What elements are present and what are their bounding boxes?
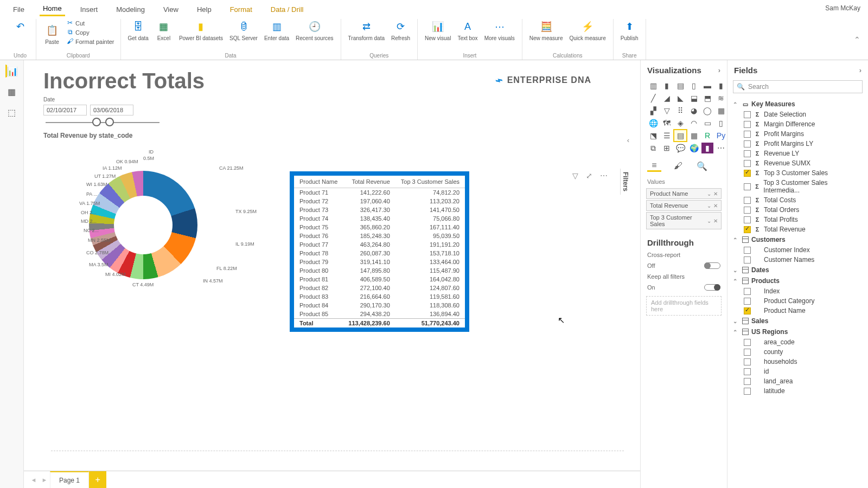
viz-card[interactable]: ▭ (701, 118, 713, 129)
viz-kpi[interactable]: ⬔ (647, 130, 659, 141)
field-checkbox[interactable] (744, 339, 751, 346)
field-checkbox[interactable] (744, 247, 751, 254)
field-item[interactable]: Product Name (730, 306, 866, 316)
field-checkbox[interactable] (744, 288, 751, 295)
cut-button[interactable]: ✂Cut (65, 19, 116, 28)
viz-combo1[interactable]: ⬓ (688, 93, 700, 104)
page-next[interactable]: ► (39, 471, 50, 488)
new-visual-button[interactable]: 📊New visual (422, 19, 454, 42)
more-visuals-button[interactable]: ⋯More visuals (482, 19, 518, 42)
field-item[interactable]: ΣRevenue SUMX (730, 158, 866, 168)
transform-data-button[interactable]: ⇄Transform data (346, 19, 387, 42)
field-checkbox[interactable] (744, 256, 751, 264)
ribbon-collapse-button[interactable]: ⌃ (854, 35, 864, 44)
table-header[interactable]: Top 3 Customer Sales (395, 176, 465, 188)
viz-scatter[interactable]: ⠿ (674, 105, 686, 116)
field-item[interactable]: ΣTotal Orders (730, 205, 866, 215)
field-item[interactable]: households (730, 357, 866, 367)
format-painter-button[interactable]: 🖌Format painter (65, 37, 116, 46)
page-prev[interactable]: ◄ (28, 471, 39, 488)
field-item[interactable]: land_area (730, 376, 866, 386)
viz-multi-card[interactable]: ▯ (715, 118, 727, 129)
field-checkbox[interactable] (744, 207, 751, 214)
viz-gauge[interactable]: ◠ (688, 118, 700, 129)
field-checkbox[interactable] (744, 140, 751, 147)
field-checkbox[interactable] (744, 388, 751, 395)
value-pill[interactable]: Total Revenue⌄✕ (646, 200, 722, 211)
date-to-input[interactable] (90, 105, 133, 115)
viz-area[interactable]: ◢ (661, 93, 673, 104)
viz-more[interactable]: ⋯ (715, 143, 727, 153)
fields-search[interactable]: 🔍Search (733, 80, 863, 93)
viz-line[interactable]: ╱ (647, 93, 659, 104)
field-item[interactable]: Product Category (730, 296, 866, 306)
table-row[interactable]: Product 82272,100.40124,807.60 (294, 284, 465, 292)
field-item[interactable]: county (730, 347, 866, 357)
publish-button[interactable]: ⬆Publish (618, 19, 641, 42)
field-item[interactable]: area_code (730, 337, 866, 347)
report-view-button[interactable]: 📊 (5, 65, 18, 78)
viz-r[interactable]: R (701, 130, 713, 141)
paste-button[interactable]: 📋Paste (41, 23, 63, 46)
collapse-panes-button[interactable]: ‹ (627, 136, 629, 144)
remove-icon[interactable]: ✕ (713, 191, 718, 197)
viz-powerapps[interactable]: ▮ (701, 143, 713, 153)
slider-thumb-from[interactable] (92, 118, 101, 126)
model-view-button[interactable]: ⬚ (5, 106, 18, 119)
viz-waterfall[interactable]: ▞ (647, 105, 659, 116)
date-slider[interactable] (46, 122, 159, 123)
field-item[interactable]: Index (730, 286, 866, 296)
table-row[interactable]: Product 75365,860.20167,111.40 (294, 223, 465, 232)
sql-server-button[interactable]: 🛢SQL Server (227, 19, 260, 42)
table-row[interactable]: Product 79319,141.10133,464.00 (294, 258, 465, 266)
table-header[interactable]: Product Name (294, 176, 343, 188)
menu-datadrill[interactable]: Data / Drill (267, 3, 307, 16)
field-group-header[interactable]: ⌄Dates (730, 265, 866, 275)
table-row[interactable]: Product 76185,248.3095,039.50 (294, 232, 465, 240)
viz-stacked-area[interactable]: ◣ (674, 93, 686, 104)
field-item[interactable]: ΣTotal Revenue (730, 224, 866, 234)
fields-collapse-icon[interactable]: › (859, 66, 861, 74)
field-group-header[interactable]: ⌃US Regions (730, 326, 866, 337)
field-checkbox[interactable] (744, 183, 751, 190)
fields-well-tab[interactable]: ≡ (647, 160, 661, 172)
viz-donut[interactable]: ◯ (701, 105, 713, 116)
chevron-down-icon[interactable]: ⌄ (707, 191, 711, 197)
field-item[interactable]: id (730, 367, 866, 376)
field-item[interactable]: ΣTop 3 Customer Sales (730, 168, 866, 178)
viz-collapse-icon[interactable]: › (718, 66, 720, 74)
viz-treemap[interactable]: ▦ (715, 105, 727, 116)
viz-decomp[interactable]: ⊞ (661, 143, 673, 153)
table-row[interactable]: Product 72197,060.40113,203.20 (294, 197, 465, 206)
analytics-tab[interactable]: 🔍 (695, 160, 709, 172)
field-checkbox[interactable] (744, 121, 751, 128)
viz-key-influencers[interactable]: ⧉ (647, 143, 659, 153)
value-pill[interactable]: Product Name⌄✕ (646, 188, 722, 199)
text-box-button[interactable]: AText box (455, 19, 480, 42)
chevron-down-icon[interactable]: ⌄ (707, 203, 711, 209)
viz-pie[interactable]: ◕ (688, 105, 700, 116)
viz-100col[interactable]: ▮ (715, 80, 727, 91)
table-row[interactable]: Product 74138,435.4075,066.80 (294, 214, 465, 223)
viz-clustered-column[interactable]: ▯ (688, 80, 700, 91)
new-measure-button[interactable]: 🧮New measure (527, 19, 566, 42)
field-checkbox[interactable] (744, 368, 751, 375)
table-row[interactable]: Product 83216,664.60119,581.60 (294, 292, 465, 301)
viz-qa[interactable]: 💬 (674, 143, 686, 153)
field-checkbox[interactable] (744, 349, 751, 356)
viz-slicer[interactable]: ☰ (661, 130, 673, 141)
table-row[interactable]: Product 84290,170.30118,308.60 (294, 301, 465, 310)
menu-modeling[interactable]: Modeling (113, 3, 148, 16)
field-item[interactable]: ΣTop 3 Customer Sales Intermedia... (730, 178, 866, 195)
field-checkbox[interactable] (744, 226, 751, 233)
pbi-datasets-button[interactable]: ▮Power BI datasets (176, 19, 226, 42)
more-options-icon[interactable]: ⋯ (600, 171, 608, 180)
field-item[interactable]: ΣProfit Margins (730, 129, 866, 139)
keep-filters-toggle[interactable] (704, 284, 720, 291)
table-row[interactable]: Product 81406,589.50164,042.80 (294, 275, 465, 284)
viz-stacked-bar[interactable]: ▥ (647, 80, 659, 91)
excel-button[interactable]: ▦Excel (152, 19, 175, 42)
recent-sources-button[interactable]: 🕘Recent sources (293, 19, 336, 42)
value-pill[interactable]: Top 3 Customer Sales⌄✕ (646, 212, 722, 229)
field-item[interactable]: ΣTotal Profits (730, 215, 866, 224)
